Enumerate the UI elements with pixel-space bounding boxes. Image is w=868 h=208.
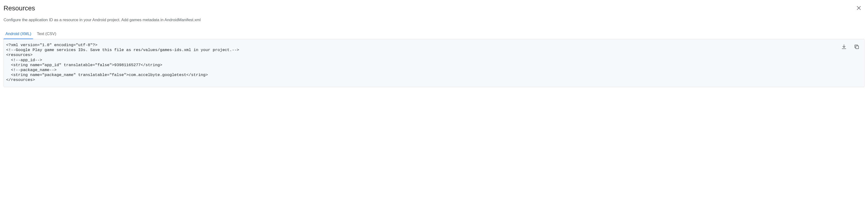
page-title: Resources [3,4,35,12]
close-icon [856,5,862,11]
download-button[interactable] [840,43,848,51]
code-actions [840,39,864,51]
copy-icon [854,44,860,50]
code-block[interactable]: <?xml version="1.0" encoding="utf-8"?> <… [4,39,840,87]
tab-text-csv[interactable]: Text (CSV) [35,29,58,39]
close-button[interactable] [854,3,864,13]
tab-android-xml[interactable]: Android (XML) [3,29,33,39]
copy-button[interactable] [852,43,861,51]
resources-dialog: Resources Configure the application ID a… [0,0,868,87]
subtitle-text: Configure the application ID as a resour… [3,18,865,23]
download-icon [841,44,847,50]
code-panel: <?xml version="1.0" encoding="utf-8"?> <… [3,39,865,87]
svg-rect-2 [856,46,859,49]
tab-bar: Android (XML) Text (CSV) [3,29,865,39]
header-row: Resources [3,4,865,13]
